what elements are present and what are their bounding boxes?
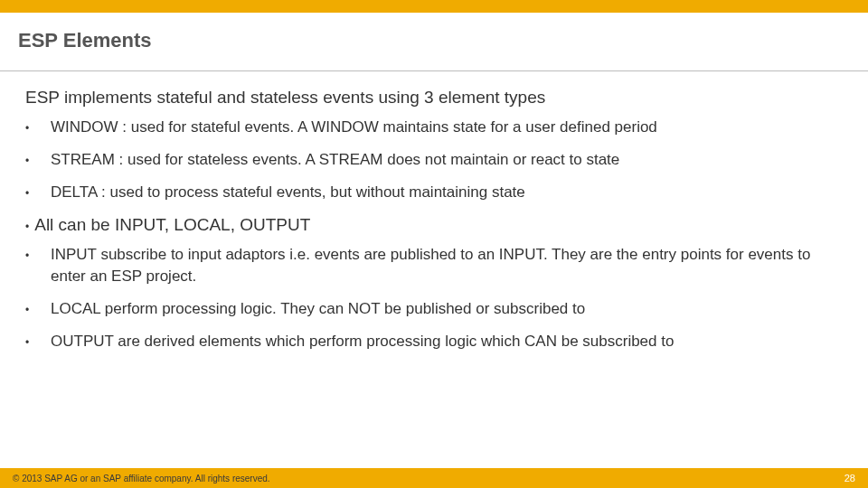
bullet-icon: • — [25, 221, 29, 233]
sub-lead-row: • All can be INPUT, LOCAL, OUTPUT — [25, 215, 843, 235]
list-item: STREAM : used for stateless events. A ST… — [25, 149, 843, 171]
page-number: 28 — [844, 473, 855, 483]
list-item: WINDOW : used for stateful events. A WIN… — [25, 117, 843, 138]
bullet-list-1: WINDOW : used for stateful events. A WIN… — [25, 117, 843, 202]
list-item: OUTPUT are derived elements which perfor… — [25, 331, 843, 352]
accent-top-bar — [0, 0, 868, 13]
bullet-icon — [25, 149, 51, 170]
list-item-text: WINDOW : used for stateful events. A WIN… — [51, 117, 657, 138]
list-item-text: OUTPUT are derived elements which perfor… — [51, 331, 674, 352]
page-title: ESP Elements — [18, 29, 850, 52]
bullet-icon — [25, 117, 51, 137]
sub-lead-text: All can be INPUT, LOCAL, OUTPUT — [34, 215, 310, 235]
list-item: DELTA : used to process stateful events,… — [25, 182, 843, 203]
copyright-text: © 2013 SAP AG or an SAP affiliate compan… — [13, 474, 270, 483]
bullet-icon — [25, 331, 51, 352]
bullet-icon — [25, 298, 51, 319]
bullet-list-2: INPUT subscribe to input adaptors i.e. e… — [25, 244, 843, 352]
footer-bar: © 2013 SAP AG or an SAP affiliate compan… — [0, 468, 868, 488]
bullet-icon — [25, 244, 51, 265]
content-area: ESP implements stateful and stateless ev… — [0, 71, 868, 352]
lead-text: ESP implements stateful and stateless ev… — [25, 88, 843, 108]
bullet-icon — [25, 182, 51, 202]
list-item: INPUT subscribe to input adaptors i.e. e… — [25, 244, 843, 287]
list-item-text: LOCAL perform processing logic. They can… — [51, 298, 585, 320]
list-item-text: STREAM : used for stateless events. A ST… — [51, 149, 619, 171]
header: ESP Elements — [0, 13, 868, 61]
list-item-text: INPUT subscribe to input adaptors i.e. e… — [51, 244, 843, 287]
list-item-text: DELTA : used to process stateful events,… — [51, 182, 525, 203]
list-item: LOCAL perform processing logic. They can… — [25, 298, 843, 320]
